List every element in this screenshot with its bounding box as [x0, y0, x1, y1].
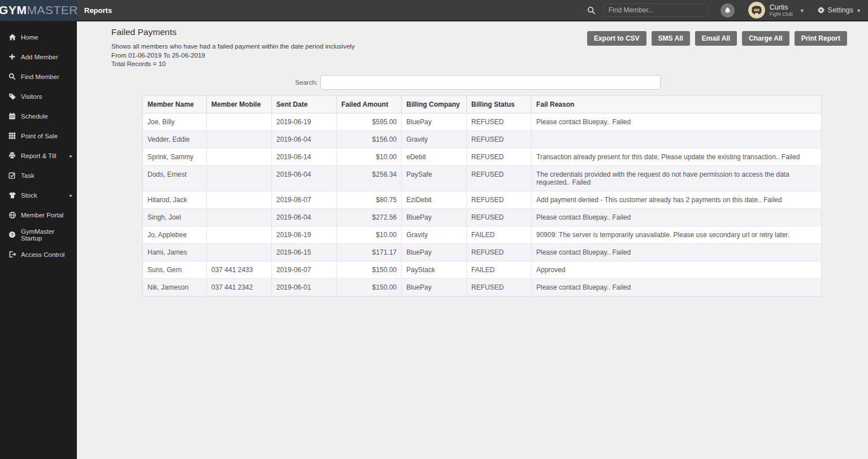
cell-billing-status: REFUSED — [467, 191, 532, 209]
question-circle-icon: ? — [8, 230, 16, 239]
sidebar-item-member-portal[interactable]: Member Portal — [0, 205, 77, 225]
sidebar-item-label: Report & Till — [21, 152, 57, 159]
cell-billing-company: BluePay — [402, 279, 467, 296]
print-report-button[interactable]: Print Report — [795, 31, 847, 46]
sidebar-item-report-till[interactable]: Report & Till ▸ — [0, 146, 77, 165]
sidebar: Home Add Member Find Member Visitors Sch… — [0, 21, 77, 459]
cell-billing-status: REFUSED — [467, 279, 532, 296]
cell-billing-company: PayStack — [402, 261, 467, 279]
cell-failed-amount: $150.00 — [337, 261, 402, 279]
bell-icon — [724, 7, 731, 14]
column-header-fail-reason[interactable]: Fail Reason — [532, 96, 822, 113]
notifications-button[interactable] — [721, 3, 735, 18]
cell-member-mobile — [207, 131, 272, 148]
user-menu-caret-icon[interactable]: ▾ — [801, 7, 804, 14]
page-title: Reports — [84, 6, 112, 15]
cell-failed-amount: $80.75 — [337, 191, 402, 209]
search-icon[interactable] — [587, 6, 596, 15]
table-row[interactable]: Hitarod, Jack 2019-06-07 $80.75 EziDebit… — [143, 191, 822, 209]
sidebar-item-gymmaster-startup[interactable]: ? GymMaster Startup — [0, 225, 77, 244]
email-all-button[interactable]: Email All — [695, 31, 737, 46]
cell-sent-date: 2019-06-04 — [272, 209, 337, 226]
sidebar-item-task[interactable]: Task — [0, 165, 77, 185]
sidebar-item-label: Member Portal — [21, 212, 63, 218]
table-row[interactable]: Nik, Jameson 037 441 2342 2019-06-01 $15… — [143, 279, 822, 296]
cell-failed-amount: $272.56 — [337, 209, 402, 226]
cell-member-mobile — [207, 226, 272, 244]
sidebar-item-schedule[interactable]: Schedule — [0, 106, 77, 126]
table-row[interactable]: Singh, Joel 2019-06-04 $272.56 BluePay R… — [143, 209, 822, 226]
topbar-right: Curtis Fight Club ▾ Settings ▾ — [587, 2, 868, 19]
report-header: Failed Payments Shows all members who ha… — [111, 27, 355, 69]
table-row[interactable]: Joe, Billy 2019-06-19 $595.00 BluePay RE… — [143, 113, 822, 131]
sign-out-icon — [8, 250, 16, 259]
calendar-icon — [8, 112, 16, 120]
cell-failed-amount: $171.17 — [337, 244, 402, 261]
grid-icon — [8, 132, 16, 140]
report-description: Shows all members who have had a failed … — [111, 42, 355, 51]
table-row[interactable]: Sprink, Sammy 2019-06-14 $10.00 eDebit R… — [143, 148, 822, 166]
cell-member-name: Hitarod, Jack — [143, 191, 207, 209]
topbar: GYMMASTER Reports Curtis Fight Club ▾ Se… — [0, 0, 868, 21]
cell-fail-reason: Please contact Bluepay.. Failed — [532, 113, 822, 131]
cell-member-name: Dods, Ernest — [143, 166, 207, 191]
table-row[interactable]: Dods, Ernest 2019-06-04 $256.34 PaySafe … — [143, 166, 822, 191]
sidebar-item-visitors[interactable]: Visitors — [0, 86, 77, 106]
charge-all-button[interactable]: Charge All — [742, 31, 789, 46]
cell-failed-amount: $256.34 — [337, 166, 402, 191]
sidebar-item-stock[interactable]: Stock ▸ — [0, 185, 77, 205]
column-header-failed-amount[interactable]: Failed Amount — [337, 96, 402, 113]
table-row[interactable]: Jo, Applebee 2019-06-19 $10.00 Gravity F… — [143, 226, 822, 244]
home-icon — [8, 33, 16, 41]
report-total-records: Total Records = 10 — [111, 60, 355, 69]
cell-member-mobile — [207, 191, 272, 209]
column-header-member-name[interactable]: Member Name — [143, 96, 207, 113]
settings-menu[interactable]: Settings ▾ — [817, 6, 860, 14]
submenu-caret-icon: ▸ — [70, 153, 72, 159]
column-header-member-mobile[interactable]: Member Mobile — [207, 96, 272, 113]
sidebar-item-access-control[interactable]: Access Control — [0, 244, 77, 264]
export-csv-button[interactable]: Export to CSV — [587, 31, 646, 46]
cell-billing-company: PaySafe — [402, 166, 467, 191]
cell-fail-reason: Please contact Bluepay.. Failed — [532, 244, 822, 261]
sidebar-item-point-of-sale[interactable]: Point of Sale — [0, 126, 77, 146]
cell-sent-date: 2019-06-04 — [272, 166, 337, 191]
cell-sent-date: 2019-06-19 — [272, 113, 337, 131]
table-row[interactable]: Hami, James 2019-06-15 $171.17 BluePay R… — [143, 244, 822, 261]
sidebar-item-label: Point of Sale — [21, 133, 58, 139]
cell-sent-date: 2019-06-14 — [272, 148, 337, 166]
sidebar-item-label: Task — [21, 172, 34, 179]
cell-member-mobile: 037 441 2433 — [207, 261, 272, 279]
column-header-sent-date[interactable]: Sent Date — [272, 96, 337, 113]
cell-fail-reason — [532, 131, 822, 148]
cell-billing-company: BluePay — [402, 113, 467, 131]
cell-sent-date: 2019-06-01 — [272, 279, 337, 296]
user-name: Curtis — [770, 3, 793, 11]
column-header-billing-status[interactable]: Billing Status — [467, 96, 532, 113]
app-logo[interactable]: GYMMASTER — [0, 0, 77, 21]
cell-billing-status: REFUSED — [467, 209, 532, 226]
cell-fail-reason: Please contact Bluepay.. Failed — [532, 279, 822, 296]
table-row[interactable]: Suns, Gern 037 441 2433 2019-06-07 $150.… — [143, 261, 822, 279]
sms-all-button[interactable]: SMS All — [652, 31, 690, 46]
report-search-input[interactable] — [320, 75, 661, 90]
user-menu[interactable]: Curtis Fight Club — [770, 3, 793, 18]
sidebar-item-add-member[interactable]: Add Member — [0, 47, 77, 67]
table-row[interactable]: Vedder, Eddie 2019-06-04 $156.00 Gravity… — [143, 131, 822, 148]
sidebar-item-home[interactable]: Home — [0, 27, 77, 47]
cell-member-name: Sprink, Sammy — [143, 148, 207, 166]
cell-billing-company: BluePay — [402, 244, 467, 261]
cell-billing-company: EziDebit — [402, 191, 467, 209]
cell-fail-reason: Transaction already present for this dat… — [532, 148, 822, 166]
sidebar-item-label: Schedule — [21, 113, 48, 120]
column-header-billing-company[interactable]: Billing Company — [402, 96, 467, 113]
search-icon — [8, 72, 16, 81]
cell-failed-amount: $10.00 — [337, 226, 402, 244]
avatar[interactable] — [748, 2, 765, 19]
cell-billing-status: REFUSED — [467, 244, 532, 261]
find-member-input[interactable] — [604, 3, 708, 17]
report-title: Failed Payments — [111, 27, 355, 37]
sidebar-item-label: Access Control — [21, 251, 64, 258]
sidebar-item-find-member[interactable]: Find Member — [0, 67, 77, 86]
failed-payments-table: Member Name Member Mobile Sent Date Fail… — [142, 95, 821, 296]
